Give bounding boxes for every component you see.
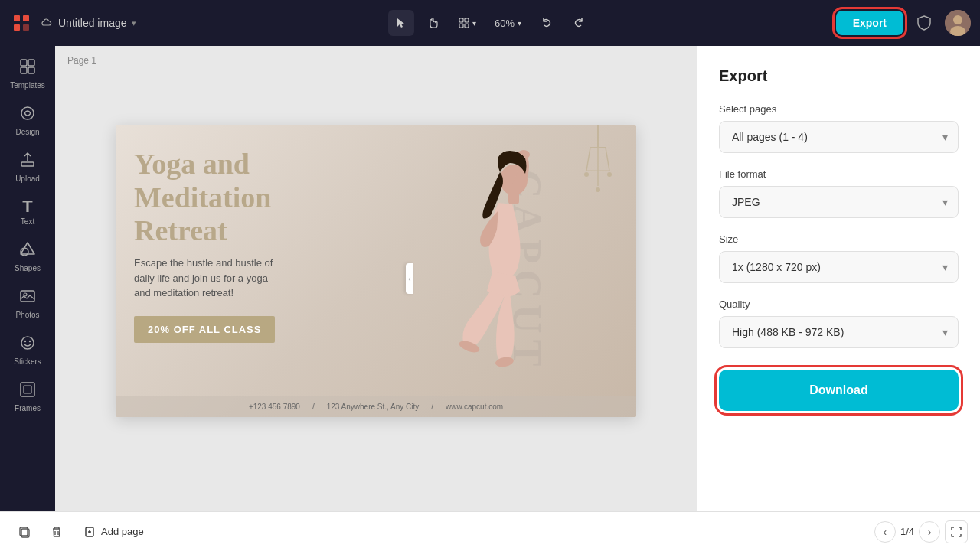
topbar: Untitled image ▾ ▾ 60% ▾ Export (0, 0, 980, 46)
sidebar-item-photos[interactable]: Photos (3, 282, 52, 325)
design-footer: +123 456 7890 / 123 Anywhere St., Any Ci… (116, 396, 636, 417)
next-page-icon: › (928, 526, 932, 538)
sidebar-photos-label: Photos (15, 311, 39, 319)
page-indicator: 1/4 (900, 526, 914, 537)
fit-to-screen-btn[interactable] (945, 520, 968, 543)
yoga-title-line1: Yoga and (134, 148, 250, 180)
user-avatar[interactable] (945, 10, 971, 36)
shapes-icon (19, 241, 36, 262)
footer-address: 123 Anywhere St., Any City (327, 403, 420, 411)
view-options-btn[interactable]: ▾ (452, 10, 482, 36)
footer-sep2: / (431, 403, 433, 411)
photos-icon (19, 288, 36, 308)
cloud-icon (41, 17, 54, 29)
file-format-wrapper: JPEG PNG PDF MP4 GIF ▾ (719, 186, 959, 218)
redo-btn[interactable] (566, 10, 592, 36)
file-format-dropdown[interactable]: JPEG PNG PDF MP4 GIF (719, 186, 959, 218)
svg-point-33 (607, 172, 612, 177)
svg-point-19 (24, 293, 27, 296)
page-label: Page 1 (67, 55, 96, 66)
svg-point-37 (495, 356, 514, 368)
zoom-value: 60% (495, 18, 514, 29)
duplicate-page-btn[interactable] (12, 520, 37, 544)
sidebar-design-label: Design (15, 128, 39, 136)
topbar-right: Export (836, 10, 971, 36)
svg-point-22 (29, 341, 31, 342)
sidebar-item-templates[interactable]: Templates (3, 52, 52, 96)
svg-line-28 (606, 148, 609, 171)
zoom-btn[interactable]: 60% ▾ (488, 13, 528, 34)
svg-rect-7 (465, 24, 469, 28)
next-page-btn[interactable]: › (919, 521, 940, 543)
svg-point-20 (21, 337, 34, 349)
design-canvas[interactable]: Yoga and Meditation Retreat Escape the h… (116, 125, 636, 417)
hand-tool-btn[interactable] (420, 10, 446, 36)
svg-rect-3 (23, 24, 29, 31)
document-title: Untitled image (58, 17, 127, 29)
yoga-description: Escape the hustle and bustle of daily li… (134, 256, 287, 301)
document-title-area[interactable]: Untitled image ▾ (41, 17, 136, 29)
design-text-overlay: Yoga and Meditation Retreat Escape the h… (134, 148, 287, 343)
svg-rect-0 (14, 15, 20, 21)
panel-collapse-tab[interactable]: ‹ (406, 263, 413, 294)
quality-dropdown[interactable]: Low Medium High (488 KB - 972 KB) (719, 316, 959, 348)
export-panel-title: Export (719, 67, 959, 85)
svg-rect-24 (24, 386, 31, 393)
size-wrapper: 0.5x (640 x 360 px) 1x (980 x 551 px) 2… (719, 251, 959, 283)
cursor-tool-btn[interactable] (388, 10, 414, 36)
grid-icon (459, 18, 469, 28)
stickers-icon (19, 334, 36, 355)
svg-rect-1 (23, 15, 29, 21)
sidebar-item-text[interactable]: T Text (3, 192, 52, 232)
footer-web: www.capcut.com (446, 403, 503, 411)
svg-rect-18 (21, 291, 34, 302)
sidebar-frames-label: Frames (15, 404, 41, 412)
download-button[interactable]: Download (719, 370, 959, 411)
zoom-chevron-icon: ▾ (518, 19, 521, 28)
sidebar-item-frames[interactable]: Frames (3, 375, 52, 419)
size-dropdown[interactable]: 0.5x (640 x 360 px) 1x (980 x 551 px) 2… (719, 251, 959, 283)
export-panel: Export Select pages All pages (1 - 4) Cu… (697, 46, 980, 511)
title-chevron-icon: ▾ (132, 18, 136, 28)
main-area: Templates Design Upload T Text Shapes (0, 46, 980, 511)
export-button[interactable]: Export (836, 11, 903, 35)
undo-btn[interactable] (534, 10, 560, 36)
file-format-label: File format (719, 168, 959, 180)
add-page-btn[interactable]: Add page (77, 521, 152, 543)
yoga-title: Yoga and Meditation Retreat (134, 148, 287, 248)
footer-phone: +123 456 7890 (249, 403, 300, 411)
add-page-icon (84, 526, 96, 538)
yoga-title-line3: Retreat (134, 214, 227, 246)
svg-point-32 (596, 187, 600, 192)
left-sidebar: Templates Design Upload T Text Shapes (0, 46, 55, 511)
shield-icon[interactable] (911, 10, 937, 36)
select-pages-dropdown[interactable]: All pages (1 - 4) Current page Custom ra… (719, 121, 959, 153)
svg-rect-13 (21, 67, 27, 73)
design-icon (19, 105, 36, 126)
svg-rect-4 (459, 18, 463, 22)
frames-icon (19, 381, 36, 402)
sidebar-item-design[interactable]: Design (3, 99, 52, 142)
chevron-down-icon: ▾ (472, 19, 476, 28)
bottom-bar-right: ‹ 1/4 › (874, 520, 968, 543)
sidebar-item-shapes[interactable]: Shapes (3, 235, 52, 279)
quality-wrapper: Low Medium High (488 KB - 972 KB) ▾ (719, 316, 959, 348)
svg-rect-23 (21, 383, 34, 396)
canvas-content[interactable]: Yoga and Meditation Retreat Escape the h… (55, 46, 697, 511)
footer-sep1: / (312, 403, 315, 411)
sidebar-templates-label: Templates (10, 81, 45, 90)
sidebar-item-stickers[interactable]: Stickers (3, 328, 52, 372)
upload-icon (19, 152, 36, 172)
svg-rect-12 (28, 60, 34, 66)
sidebar-text-label: Text (21, 217, 34, 226)
delete-page-btn[interactable] (44, 520, 69, 544)
templates-icon (19, 58, 36, 79)
svg-point-9 (953, 15, 962, 24)
prev-page-btn[interactable]: ‹ (874, 521, 896, 543)
svg-rect-5 (465, 18, 469, 22)
sidebar-upload-label: Upload (15, 174, 40, 183)
cta-button[interactable]: 20% OFF ALL CLASS (134, 316, 275, 343)
select-pages-label: Select pages (719, 103, 959, 115)
sidebar-item-upload[interactable]: Upload (3, 145, 52, 189)
quality-label: Quality (719, 298, 959, 310)
